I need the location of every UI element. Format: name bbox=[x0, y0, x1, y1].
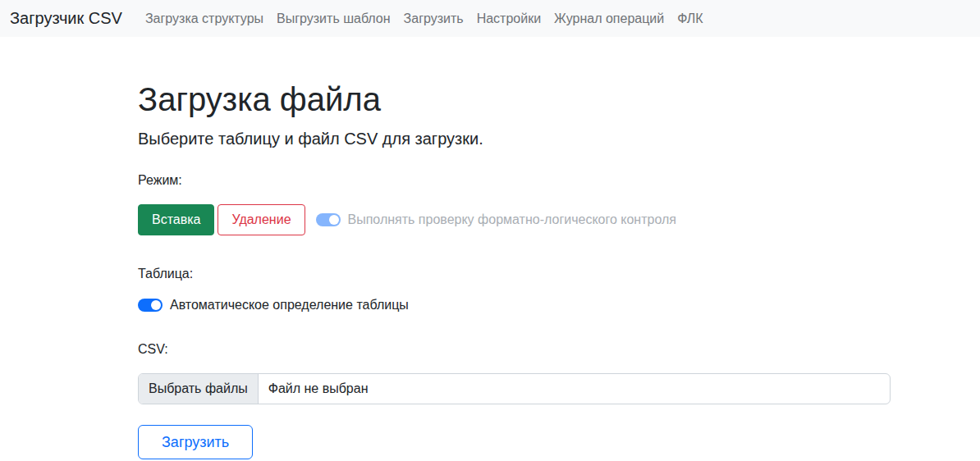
mode-controls-row: Вставка Удаление Выполнять проверку форм… bbox=[138, 204, 891, 235]
table-controls-row: Автоматическое определение таблицы bbox=[138, 298, 891, 313]
nav-item-operations-log[interactable]: Журнал операций bbox=[547, 8, 671, 30]
app-brand[interactable]: Загрузчик CSV bbox=[10, 9, 122, 28]
nav-item-settings[interactable]: Настройки bbox=[470, 8, 547, 30]
auto-table-toggle[interactable] bbox=[138, 299, 163, 312]
page-subtitle: Выберите таблицу и файл CSV для загрузки… bbox=[138, 126, 891, 151]
table-label: Таблица: bbox=[138, 264, 891, 284]
csv-label: CSV: bbox=[138, 340, 891, 359]
top-navbar: Загрузчик CSV Загрузка структуры Выгрузи… bbox=[0, 0, 980, 37]
upload-button[interactable]: Загрузить bbox=[138, 425, 253, 459]
choose-files-button[interactable]: Выбрать файлы bbox=[139, 374, 259, 404]
nav-item-flk[interactable]: ФЛК bbox=[671, 8, 709, 30]
csv-file-input[interactable]: Выбрать файлы Файл не выбран bbox=[138, 373, 891, 404]
auto-table-toggle-label[interactable]: Автоматическое определение таблицы bbox=[170, 298, 409, 313]
nav-item-upload[interactable]: Загрузить bbox=[397, 8, 470, 30]
file-status-text: Файл не выбран bbox=[259, 374, 378, 404]
mode-label: Режим: bbox=[138, 171, 891, 190]
navbar-menu: Загрузка структуры Выгрузить шаблон Загр… bbox=[139, 8, 710, 30]
delete-mode-button[interactable]: Удаление bbox=[218, 204, 305, 235]
insert-mode-button[interactable]: Вставка bbox=[138, 204, 214, 235]
page-title: Загрузка файла bbox=[138, 80, 891, 119]
flk-check-toggle-label: Выполнять проверку форматно-логического … bbox=[348, 212, 676, 227]
nav-item-export-template[interactable]: Выгрузить шаблон bbox=[270, 8, 397, 30]
nav-item-structure-upload[interactable]: Загрузка структуры bbox=[139, 8, 270, 30]
flk-check-toggle bbox=[316, 213, 341, 226]
upload-page: Загрузка файла Выберите таблицу и файл C… bbox=[0, 37, 891, 459]
